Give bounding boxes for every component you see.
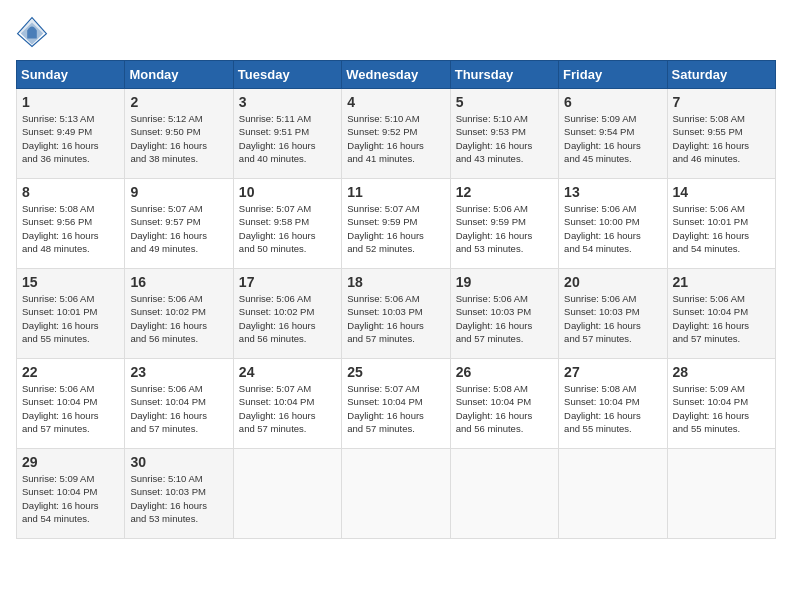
calendar-cell: 7Sunrise: 5:08 AM Sunset: 9:55 PM Daylig… [667, 89, 775, 179]
day-info: Sunrise: 5:07 AM Sunset: 10:04 PM Daylig… [239, 382, 336, 435]
header-cell-tuesday: Tuesday [233, 61, 341, 89]
day-info: Sunrise: 5:06 AM Sunset: 10:04 PM Daylig… [130, 382, 227, 435]
day-info: Sunrise: 5:08 AM Sunset: 9:56 PM Dayligh… [22, 202, 119, 255]
day-number: 5 [456, 94, 553, 110]
calendar-week-0: 1Sunrise: 5:13 AM Sunset: 9:49 PM Daylig… [17, 89, 776, 179]
calendar-cell [559, 449, 667, 539]
day-number: 20 [564, 274, 661, 290]
calendar-cell: 23Sunrise: 5:06 AM Sunset: 10:04 PM Dayl… [125, 359, 233, 449]
calendar-cell: 30Sunrise: 5:10 AM Sunset: 10:03 PM Dayl… [125, 449, 233, 539]
day-info: Sunrise: 5:06 AM Sunset: 9:59 PM Dayligh… [456, 202, 553, 255]
day-info: Sunrise: 5:07 AM Sunset: 9:57 PM Dayligh… [130, 202, 227, 255]
day-number: 11 [347, 184, 444, 200]
day-info: Sunrise: 5:07 AM Sunset: 9:58 PM Dayligh… [239, 202, 336, 255]
calendar-cell [667, 449, 775, 539]
day-number: 6 [564, 94, 661, 110]
calendar-cell: 9Sunrise: 5:07 AM Sunset: 9:57 PM Daylig… [125, 179, 233, 269]
calendar-week-2: 15Sunrise: 5:06 AM Sunset: 10:01 PM Dayl… [17, 269, 776, 359]
calendar-table: SundayMondayTuesdayWednesdayThursdayFrid… [16, 60, 776, 539]
calendar-cell: 10Sunrise: 5:07 AM Sunset: 9:58 PM Dayli… [233, 179, 341, 269]
day-number: 7 [673, 94, 770, 110]
calendar-cell: 13Sunrise: 5:06 AM Sunset: 10:00 PM Dayl… [559, 179, 667, 269]
day-number: 21 [673, 274, 770, 290]
day-info: Sunrise: 5:06 AM Sunset: 10:00 PM Daylig… [564, 202, 661, 255]
day-number: 18 [347, 274, 444, 290]
day-info: Sunrise: 5:06 AM Sunset: 10:03 PM Daylig… [347, 292, 444, 345]
calendar-cell [233, 449, 341, 539]
day-number: 3 [239, 94, 336, 110]
calendar-cell: 15Sunrise: 5:06 AM Sunset: 10:01 PM Dayl… [17, 269, 125, 359]
day-info: Sunrise: 5:06 AM Sunset: 10:01 PM Daylig… [22, 292, 119, 345]
day-info: Sunrise: 5:08 AM Sunset: 9:55 PM Dayligh… [673, 112, 770, 165]
day-info: Sunrise: 5:08 AM Sunset: 10:04 PM Daylig… [456, 382, 553, 435]
day-number: 25 [347, 364, 444, 380]
day-info: Sunrise: 5:09 AM Sunset: 10:04 PM Daylig… [673, 382, 770, 435]
calendar-body: 1Sunrise: 5:13 AM Sunset: 9:49 PM Daylig… [17, 89, 776, 539]
calendar-cell: 16Sunrise: 5:06 AM Sunset: 10:02 PM Dayl… [125, 269, 233, 359]
calendar-cell: 17Sunrise: 5:06 AM Sunset: 10:02 PM Dayl… [233, 269, 341, 359]
calendar-cell: 19Sunrise: 5:06 AM Sunset: 10:03 PM Dayl… [450, 269, 558, 359]
day-number: 27 [564, 364, 661, 380]
calendar-week-4: 29Sunrise: 5:09 AM Sunset: 10:04 PM Dayl… [17, 449, 776, 539]
day-number: 1 [22, 94, 119, 110]
calendar-header: SundayMondayTuesdayWednesdayThursdayFrid… [17, 61, 776, 89]
day-number: 9 [130, 184, 227, 200]
header-cell-wednesday: Wednesday [342, 61, 450, 89]
calendar-cell: 3Sunrise: 5:11 AM Sunset: 9:51 PM Daylig… [233, 89, 341, 179]
day-number: 8 [22, 184, 119, 200]
day-info: Sunrise: 5:07 AM Sunset: 10:04 PM Daylig… [347, 382, 444, 435]
calendar-cell: 25Sunrise: 5:07 AM Sunset: 10:04 PM Dayl… [342, 359, 450, 449]
day-info: Sunrise: 5:06 AM Sunset: 10:03 PM Daylig… [564, 292, 661, 345]
day-number: 23 [130, 364, 227, 380]
day-info: Sunrise: 5:12 AM Sunset: 9:50 PM Dayligh… [130, 112, 227, 165]
calendar-cell: 26Sunrise: 5:08 AM Sunset: 10:04 PM Dayl… [450, 359, 558, 449]
day-number: 30 [130, 454, 227, 470]
day-info: Sunrise: 5:06 AM Sunset: 10:02 PM Daylig… [130, 292, 227, 345]
day-info: Sunrise: 5:06 AM Sunset: 10:03 PM Daylig… [456, 292, 553, 345]
calendar-week-3: 22Sunrise: 5:06 AM Sunset: 10:04 PM Dayl… [17, 359, 776, 449]
calendar-cell: 21Sunrise: 5:06 AM Sunset: 10:04 PM Dayl… [667, 269, 775, 359]
calendar-cell: 5Sunrise: 5:10 AM Sunset: 9:53 PM Daylig… [450, 89, 558, 179]
day-info: Sunrise: 5:06 AM Sunset: 10:04 PM Daylig… [22, 382, 119, 435]
day-number: 15 [22, 274, 119, 290]
day-info: Sunrise: 5:06 AM Sunset: 10:02 PM Daylig… [239, 292, 336, 345]
day-number: 14 [673, 184, 770, 200]
calendar-cell [342, 449, 450, 539]
header-cell-friday: Friday [559, 61, 667, 89]
day-number: 17 [239, 274, 336, 290]
calendar-week-1: 8Sunrise: 5:08 AM Sunset: 9:56 PM Daylig… [17, 179, 776, 269]
day-info: Sunrise: 5:06 AM Sunset: 10:04 PM Daylig… [673, 292, 770, 345]
calendar-cell: 2Sunrise: 5:12 AM Sunset: 9:50 PM Daylig… [125, 89, 233, 179]
calendar-cell: 4Sunrise: 5:10 AM Sunset: 9:52 PM Daylig… [342, 89, 450, 179]
day-info: Sunrise: 5:13 AM Sunset: 9:49 PM Dayligh… [22, 112, 119, 165]
day-info: Sunrise: 5:07 AM Sunset: 9:59 PM Dayligh… [347, 202, 444, 255]
calendar-cell: 1Sunrise: 5:13 AM Sunset: 9:49 PM Daylig… [17, 89, 125, 179]
calendar-cell: 18Sunrise: 5:06 AM Sunset: 10:03 PM Dayl… [342, 269, 450, 359]
day-number: 16 [130, 274, 227, 290]
day-number: 26 [456, 364, 553, 380]
calendar-cell: 12Sunrise: 5:06 AM Sunset: 9:59 PM Dayli… [450, 179, 558, 269]
day-number: 19 [456, 274, 553, 290]
calendar-cell: 6Sunrise: 5:09 AM Sunset: 9:54 PM Daylig… [559, 89, 667, 179]
day-info: Sunrise: 5:09 AM Sunset: 9:54 PM Dayligh… [564, 112, 661, 165]
day-info: Sunrise: 5:10 AM Sunset: 9:52 PM Dayligh… [347, 112, 444, 165]
day-number: 4 [347, 94, 444, 110]
day-info: Sunrise: 5:09 AM Sunset: 10:04 PM Daylig… [22, 472, 119, 525]
calendar-cell: 22Sunrise: 5:06 AM Sunset: 10:04 PM Dayl… [17, 359, 125, 449]
calendar-cell [450, 449, 558, 539]
header-row: SundayMondayTuesdayWednesdayThursdayFrid… [17, 61, 776, 89]
calendar-cell: 11Sunrise: 5:07 AM Sunset: 9:59 PM Dayli… [342, 179, 450, 269]
logo [16, 16, 52, 48]
day-info: Sunrise: 5:11 AM Sunset: 9:51 PM Dayligh… [239, 112, 336, 165]
header-cell-sunday: Sunday [17, 61, 125, 89]
day-number: 13 [564, 184, 661, 200]
calendar-cell: 14Sunrise: 5:06 AM Sunset: 10:01 PM Dayl… [667, 179, 775, 269]
calendar-cell: 8Sunrise: 5:08 AM Sunset: 9:56 PM Daylig… [17, 179, 125, 269]
day-info: Sunrise: 5:10 AM Sunset: 10:03 PM Daylig… [130, 472, 227, 525]
day-number: 2 [130, 94, 227, 110]
day-number: 22 [22, 364, 119, 380]
day-info: Sunrise: 5:10 AM Sunset: 9:53 PM Dayligh… [456, 112, 553, 165]
header-cell-thursday: Thursday [450, 61, 558, 89]
header-cell-saturday: Saturday [667, 61, 775, 89]
day-number: 29 [22, 454, 119, 470]
